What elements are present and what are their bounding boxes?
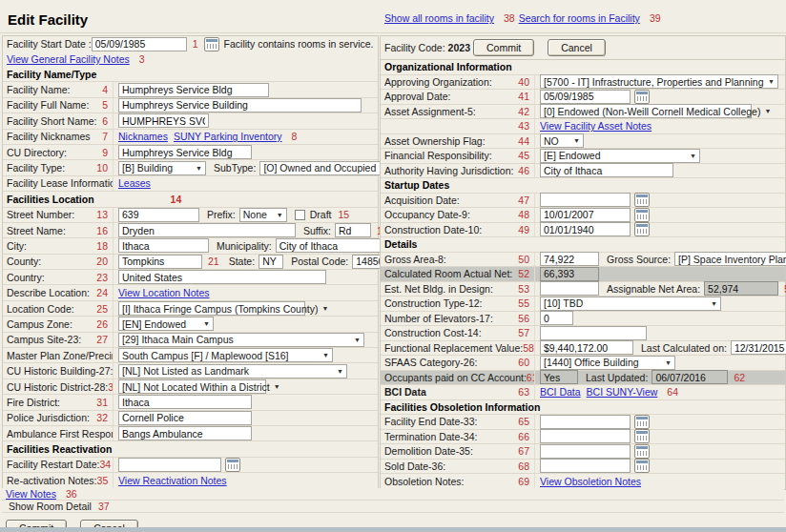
view-general-facility-notes-link[interactable]: View General Facility Notes (7, 53, 130, 65)
show-all-rooms-link[interactable]: Show all rooms in facility (384, 12, 494, 24)
facility-start-date-input[interactable] (92, 37, 187, 51)
location-code-select[interactable]: [I] Ithaca Fringe Campus (Tompkins Count… (118, 301, 305, 316)
termination-date-input[interactable] (540, 429, 631, 443)
state-input[interactable] (259, 255, 283, 269)
section-title: Facilities Location (7, 194, 94, 205)
annotation-number: 42 (518, 106, 529, 117)
cu-historic-district-select[interactable]: [NL] Not Located Within a District▼ (118, 379, 266, 394)
label-zone: Functional Replacement Value:58 (384, 341, 535, 356)
leases-link[interactable]: Leases (118, 177, 151, 189)
occupancy-date-input[interactable] (540, 208, 631, 222)
view-notes-link[interactable]: View Notes (6, 488, 56, 500)
cancel-button-top[interactable]: Cancel (548, 39, 606, 56)
label-zone: Demolition Date-35:67 (384, 444, 535, 459)
facility-end-date-input[interactable] (540, 415, 631, 429)
city-input[interactable] (118, 238, 209, 253)
construction-date-input[interactable] (540, 222, 631, 236)
construction-cost-input[interactable] (540, 326, 647, 340)
bottom-divider (0, 527, 786, 532)
authority-having-jurisdiction-input[interactable] (540, 163, 673, 177)
police-jurisdiction-input[interactable] (118, 411, 252, 425)
approval-date-input[interactable] (540, 90, 631, 104)
cu-directory-input[interactable] (118, 145, 252, 159)
facility-restart-date-input[interactable] (118, 458, 221, 472)
annotation-number: 23 (96, 272, 108, 283)
nicknames-link[interactable]: Nicknames (118, 131, 168, 142)
facility-start-date-calendar-button[interactable] (204, 37, 219, 51)
view-facility-asset-notes-link[interactable]: View Facility Asset Notes (540, 120, 652, 132)
view-reactivation-notes-link[interactable]: View Reactivation Notes (118, 475, 227, 486)
field-label: Gross Area-8: (384, 254, 446, 265)
street-number-input[interactable] (118, 208, 199, 222)
facility-type-select[interactable]: [B] Building▼ (118, 161, 206, 175)
subtype-select[interactable]: [O] Owned and Occupied▼ (259, 161, 383, 175)
campus-site-select[interactable]: [29] Ithaca Main Campus▼ (118, 333, 364, 347)
ambulance-first-response-input[interactable] (118, 426, 252, 440)
campus-zone-select[interactable]: [EN] Endowed▼ (118, 317, 214, 331)
demolition-date-calendar-button[interactable] (634, 444, 650, 459)
termination-date-calendar-button[interactable] (634, 429, 650, 443)
field-label: SFAAS Category-26: (384, 357, 477, 368)
bci-data-link[interactable]: BCI Data (540, 386, 581, 398)
fire-district-input[interactable] (118, 395, 252, 409)
acquisition-date-input[interactable] (540, 193, 631, 207)
construction-date-calendar-button[interactable] (634, 222, 650, 236)
chevron-down-icon: ▼ (333, 368, 343, 375)
annotation-number: 64 (667, 386, 678, 398)
search-rooms-link[interactable]: Search for rooms in Facility (519, 12, 640, 24)
field-label: Demolition Date-35: (384, 445, 473, 457)
financial-responsibility-select[interactable]: [E] Endowed▼ (540, 149, 700, 163)
edit-facility-page: Edit Facility Show all rooms in facility… (0, 0, 786, 532)
field-label: Functional Replacement Value: (384, 342, 523, 354)
acquisition-date-calendar-button[interactable] (634, 193, 650, 207)
demolition-date-input[interactable] (540, 444, 631, 459)
asset-ownership-flag-select[interactable]: NO▼ (540, 133, 584, 148)
section-title: Organizational Information (384, 61, 512, 72)
annotation-number: 34 (99, 459, 111, 470)
street-name-input[interactable] (118, 223, 296, 237)
facility-restart-date-calendar-button[interactable] (225, 458, 240, 472)
last-calculated-on-input[interactable] (731, 340, 786, 355)
number-of-elevators-input[interactable] (540, 311, 573, 325)
master-plan-zone-select[interactable]: South Campus [F] / Maplewood [S16]▼ (118, 348, 333, 362)
suffix-input[interactable] (335, 223, 371, 237)
functional-replacement-value-input[interactable] (540, 340, 633, 355)
suny-parking-inventory-link[interactable]: SUNY Parking Inventory (174, 131, 282, 142)
form-row: Street Number:13Prefix:None▼Draft15 (3, 208, 378, 223)
est-net-bldg-in-design-input[interactable] (540, 281, 599, 296)
gross-area-input[interactable] (540, 252, 599, 266)
draft-checkbox[interactable] (295, 210, 305, 220)
selected-value: [1440] Office Building (544, 357, 639, 368)
annotation-number: 8 (292, 131, 298, 142)
approving-organization-select[interactable]: [5700 - IT] Infrastructure, Properties a… (540, 74, 778, 89)
form-row: Approval Date:41 (381, 90, 785, 105)
view-obsoletion-notes-link[interactable]: View Obsoletion Notes (540, 476, 641, 487)
asset-assignment-select[interactable]: [0] Endowed (Non-Weill Cornell Medical C… (540, 104, 752, 118)
county-input[interactable] (118, 255, 202, 269)
bci-suny-view-link[interactable]: BCI SUNY-View (587, 386, 658, 398)
facility-short-name-input[interactable] (118, 113, 209, 128)
construction-type-select[interactable]: [10] TBD▼ (540, 297, 721, 311)
country-input[interactable] (118, 270, 326, 284)
form-row: Police Jurisdiction:32 (3, 411, 378, 426)
facility-full-name-input[interactable] (118, 98, 362, 113)
prefix-select[interactable]: None▼ (239, 208, 287, 222)
label-zone: Calculated Room Actual Net:52 (384, 267, 535, 281)
gross-source-select[interactable]: [P] Space Inventory Plans51▼ (674, 252, 786, 266)
view-location-notes-link[interactable]: View Location Notes (118, 287, 210, 298)
facility-code-label: Facility Code: (384, 42, 445, 53)
sfaas-category-select[interactable]: [1440] Office Building▼ (540, 356, 675, 370)
sold-date-calendar-button[interactable] (634, 459, 650, 473)
form-row: Street Name:16Suffix:17 (3, 223, 378, 238)
approval-date-calendar-button[interactable] (634, 90, 650, 104)
selected-value: [0] Endowed (Non-Weill Cornell Medical C… (544, 106, 760, 117)
selected-value: [29] Ithaca Main Campus (122, 334, 234, 345)
occupancy-date-calendar-button[interactable] (634, 208, 650, 222)
calculated-room-actual-net-field: 66,393 (540, 267, 599, 281)
cu-historic-building-select[interactable]: [NL] Not Listed as Landmark▼ (118, 364, 347, 379)
facility-end-date-calendar-button[interactable] (634, 415, 650, 429)
sold-date-input[interactable] (540, 459, 631, 473)
commit-button-top[interactable]: Commit (473, 39, 534, 56)
facility-name-input[interactable] (118, 83, 269, 97)
facility-code-box: Facility Code:2023CommitCancel (380, 35, 786, 60)
